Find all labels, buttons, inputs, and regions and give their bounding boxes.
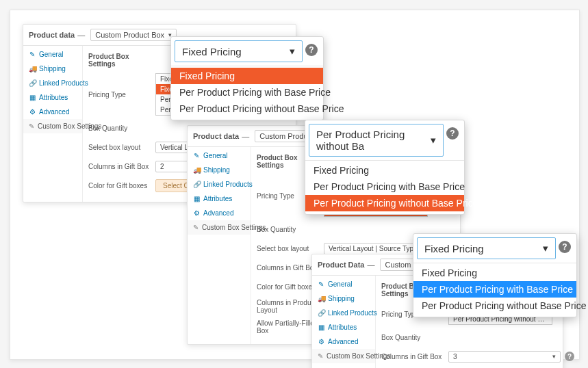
- tab-general[interactable]: ✎General: [23, 47, 82, 62]
- tab-linked-products[interactable]: 🔗Linked Products: [188, 177, 251, 192]
- pricing-type-select-overlay[interactable]: Fixed Pricing ▾: [417, 237, 556, 259]
- link-icon: 🔗: [318, 309, 324, 317]
- pencil-icon: ✎: [193, 152, 200, 159]
- tab-general[interactable]: ✎General: [188, 148, 251, 163]
- help-icon[interactable]: ?: [559, 241, 571, 253]
- tab-custom-box-settings[interactable]: ✎Custom Box Settings: [188, 220, 251, 235]
- product-data-tabs: ✎General 🚚Shipping 🔗Linked Products ▦Att…: [188, 147, 251, 344]
- pricing-options-list: Fixed Pricing Per Product Pricing with B…: [413, 263, 576, 317]
- pricing-type-select-overlay[interactable]: Per Product Pricing without Ba ▾: [309, 124, 444, 157]
- chevron-down-icon: ▾: [552, 353, 556, 360]
- grid-icon: ▦: [29, 94, 36, 101]
- tab-advanced[interactable]: ⚙Advanced: [23, 105, 82, 119]
- tab-attributes[interactable]: ▦Attributes: [312, 320, 375, 334]
- columns-gift-box-label: Columns in Gift Box: [88, 163, 155, 170]
- product-data-tabs: ✎General 🚚Shipping 🔗Linked Products ▦Att…: [23, 46, 83, 202]
- chevron-down-icon: ▾: [290, 45, 295, 57]
- truck-icon: 🚚: [29, 65, 36, 73]
- link-icon: 🔗: [193, 181, 200, 188]
- grid-icon: ▦: [193, 195, 200, 202]
- pencil-icon: ✎: [29, 122, 34, 130]
- pencil-icon: ✎: [193, 224, 199, 231]
- panel-header-label: Product data: [29, 31, 75, 39]
- gear-icon: ⚙: [193, 209, 200, 217]
- pricing-option[interactable]: Per Product Pricing with Base Price: [413, 281, 576, 298]
- tab-linked-products[interactable]: 🔗Linked Products: [23, 76, 82, 90]
- panel-header-dash: —: [77, 31, 85, 39]
- pricing-option[interactable]: Fixed Pricing: [413, 265, 576, 281]
- pricing-option[interactable]: Per Product Pricing without Base Price: [413, 298, 576, 314]
- chevron-down-icon: ▾: [431, 134, 436, 146]
- pricing-option[interactable]: Per Product Pricing with Base Price: [171, 84, 323, 101]
- settings-heading: Product Box Settings: [88, 53, 155, 68]
- link-icon: 🔗: [29, 79, 36, 87]
- tab-shipping[interactable]: 🚚Shipping: [312, 291, 375, 306]
- pricing-option[interactable]: Per Product Pricing without Base Price: [305, 195, 464, 211]
- select-box-layout-label: Select box layout: [88, 144, 155, 151]
- gear-icon: ⚙: [29, 108, 36, 116]
- pricing-option[interactable]: Per Product Pricing without Base Price: [171, 101, 323, 117]
- help-icon[interactable]: ?: [305, 44, 318, 56]
- box-quantity-label: Box Quantity: [88, 124, 155, 132]
- tab-shipping[interactable]: 🚚Shipping: [23, 62, 82, 76]
- columns-gift-box-select[interactable]: 3 ▾: [448, 351, 561, 363]
- help-icon[interactable]: ?: [565, 352, 574, 361]
- chevron-down-icon: ▾: [543, 242, 548, 254]
- tab-custom-box-settings[interactable]: ✎Custom Box Settings: [23, 119, 82, 133]
- tab-shipping[interactable]: 🚚Shipping: [188, 163, 251, 177]
- tab-linked-products[interactable]: 🔗Linked Products: [312, 306, 375, 320]
- pricing-type-label: Pricing Type: [88, 91, 155, 98]
- gear-icon: ⚙: [318, 338, 324, 345]
- pricing-option[interactable]: Per Product Pricing with Base Price: [305, 179, 464, 195]
- pencil-icon: ✎: [318, 352, 323, 360]
- color-gift-boxes-label: Color for Gift boxes: [88, 182, 155, 189]
- tab-general[interactable]: ✎General: [312, 277, 375, 291]
- pricing-option[interactable]: Fixed Pricing: [171, 68, 323, 84]
- pencil-icon: ✎: [318, 280, 324, 288]
- pricing-dropdown-callout-2: Per Product Pricing without Ba ▾ ? Fixed…: [305, 120, 465, 215]
- pencil-icon: ✎: [29, 51, 36, 58]
- tab-attributes[interactable]: ▦Attributes: [23, 90, 82, 105]
- pricing-dropdown-callout-3: Fixed Pricing ▾ ? Fixed Pricing Per Prod…: [413, 233, 577, 317]
- pricing-options-list: Fixed Pricing Per Product Pricing with B…: [171, 66, 323, 120]
- help-icon[interactable]: ?: [446, 127, 459, 140]
- tab-attributes[interactable]: ▦Attributes: [188, 192, 251, 206]
- pricing-type-select-overlay[interactable]: Fixed Pricing ▾: [175, 40, 303, 62]
- pricing-option[interactable]: Fixed Pricing: [305, 162, 464, 179]
- pricing-options-list: Fixed Pricing Per Product Pricing with B…: [305, 160, 464, 214]
- truck-icon: 🚚: [318, 295, 324, 302]
- tab-advanced[interactable]: ⚙Advanced: [312, 334, 375, 349]
- product-type-select[interactable]: Custom Product Box ▾: [90, 29, 177, 41]
- pricing-dropdown-callout-1: Fixed Pricing ▾ ? Fixed Pricing Per Prod…: [170, 36, 324, 120]
- tab-custom-box-settings[interactable]: ✎Custom Box Settings: [312, 349, 375, 363]
- truck-icon: 🚚: [193, 166, 200, 174]
- tab-advanced[interactable]: ⚙Advanced: [188, 206, 251, 220]
- product-data-tabs: ✎General 🚚Shipping 🔗Linked Products ▦Att…: [312, 276, 376, 368]
- grid-icon: ▦: [318, 324, 324, 331]
